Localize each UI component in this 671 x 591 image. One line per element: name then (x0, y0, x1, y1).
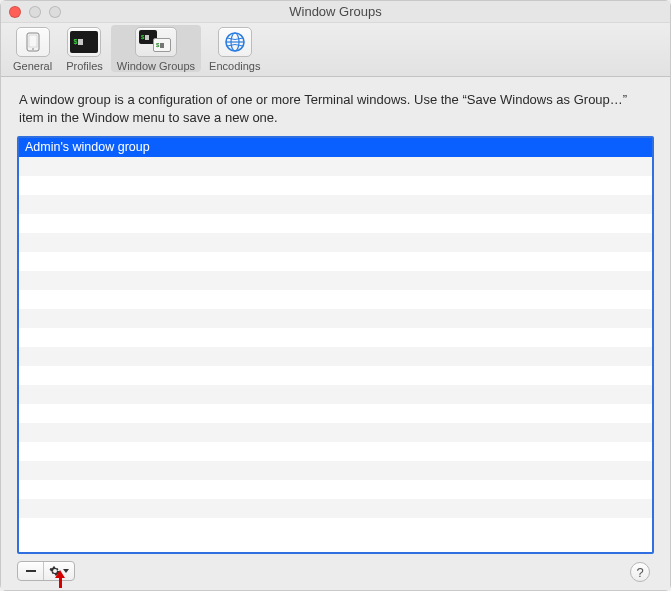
list-item (19, 385, 652, 404)
gear-icon (49, 565, 61, 577)
list-item (19, 347, 652, 366)
minus-icon (26, 570, 36, 572)
window-groups-icon: $ $ (135, 27, 177, 57)
window-title: Window Groups (1, 4, 670, 19)
list-item (19, 480, 652, 499)
footer-controls: ? (17, 560, 654, 582)
list-item (19, 404, 652, 423)
action-menu-button[interactable] (44, 562, 74, 580)
list-item (19, 499, 652, 518)
toolbar-label: Profiles (66, 60, 103, 72)
toolbar-label: General (13, 60, 52, 72)
list-item (19, 309, 652, 328)
list-item (19, 290, 652, 309)
svg-point-2 (32, 48, 34, 50)
description-text: A window group is a configuration of one… (17, 91, 654, 126)
list-item (19, 518, 652, 537)
list-item (19, 252, 652, 271)
help-label: ? (636, 565, 643, 580)
list-item (19, 233, 652, 252)
zoom-button[interactable] (49, 6, 61, 18)
titlebar: Window Groups (1, 1, 670, 23)
general-icon (16, 27, 50, 57)
list-item (19, 328, 652, 347)
list-item (19, 157, 652, 176)
toolbar-tab-profiles[interactable]: $ Profiles (60, 25, 109, 72)
content-area: A window group is a configuration of one… (1, 77, 670, 590)
preferences-window: Window Groups General $ Profiles (0, 0, 671, 591)
list-item (19, 195, 652, 214)
list-item (19, 461, 652, 480)
list-controls-segment (17, 561, 75, 581)
traffic-lights (9, 6, 61, 18)
list-item (19, 442, 652, 461)
toolbar-tab-window-groups[interactable]: $ $ Window Groups (111, 25, 201, 72)
encodings-icon (218, 27, 252, 57)
toolbar-tab-general[interactable]: General (7, 25, 58, 72)
list-item (19, 271, 652, 290)
toolbar-tab-encodings[interactable]: Encodings (203, 25, 266, 72)
close-button[interactable] (9, 6, 21, 18)
help-button[interactable]: ? (630, 562, 650, 582)
toolbar: General $ Profiles $ $ W (1, 23, 670, 77)
list-item (19, 214, 652, 233)
window-groups-list[interactable]: Admin's window group (17, 136, 654, 554)
list-item (19, 176, 652, 195)
toolbar-label: Window Groups (117, 60, 195, 72)
profiles-icon: $ (67, 27, 101, 57)
toolbar-label: Encodings (209, 60, 260, 72)
remove-button[interactable] (18, 562, 44, 580)
list-item[interactable]: Admin's window group (19, 138, 652, 157)
list-item (19, 366, 652, 385)
list-item (19, 423, 652, 442)
minimize-button[interactable] (29, 6, 41, 18)
svg-rect-1 (29, 35, 37, 47)
chevron-down-icon (63, 569, 69, 573)
